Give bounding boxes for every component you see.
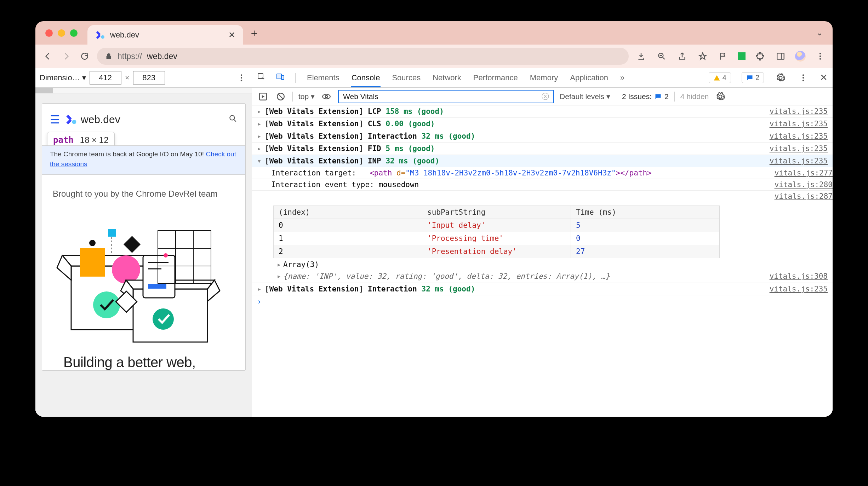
- url-host: web.dev: [147, 52, 177, 61]
- minimize-window-button[interactable]: [58, 29, 65, 37]
- device-select[interactable]: Dimensio… ▾: [40, 73, 86, 82]
- inspect-button[interactable]: [257, 73, 265, 83]
- url-scheme: https://: [118, 52, 142, 61]
- messages-chip[interactable]: 2: [742, 72, 764, 83]
- tab-application[interactable]: Application: [569, 73, 609, 87]
- hamburger-icon[interactable]: ☰: [50, 113, 60, 126]
- source-link[interactable]: vitals.js:235: [770, 157, 828, 165]
- svg-rect-43: [277, 74, 281, 79]
- tab-overflow-button[interactable]: ⌄: [816, 28, 823, 37]
- new-tab-button[interactable]: ＋: [248, 26, 260, 40]
- profile-avatar[interactable]: [795, 51, 806, 62]
- svg-point-5: [820, 53, 821, 54]
- console-row-expanded[interactable]: ▾ [Web Vitals Extension] INP 32 ms (good…: [252, 155, 833, 167]
- hover-tag: path: [53, 135, 74, 145]
- svg-point-35: [164, 253, 168, 258]
- svg-point-2: [101, 35, 104, 39]
- install-button[interactable]: [635, 50, 647, 62]
- console-row[interactable]: ▸ [Web Vitals Extension] Interaction 32 …: [252, 283, 833, 295]
- console-output: ▸ [Web Vitals Extension] LCP 158 ms (goo…: [252, 105, 833, 417]
- console-settings-button[interactable]: [714, 91, 726, 103]
- svg-point-46: [803, 77, 804, 78]
- height-input[interactable]: 823: [133, 71, 165, 85]
- table-row[interactable]: 0 'Input delay' 5: [274, 219, 720, 232]
- disclosure-icon[interactable]: ▸: [257, 144, 265, 153]
- width-input[interactable]: 412: [90, 71, 121, 85]
- disclosure-icon[interactable]: ▸: [277, 272, 283, 280]
- source-link[interactable]: vitals.js:308: [770, 272, 828, 280]
- object-summary[interactable]: ▸ {name: 'INP', value: 32, rating: 'good…: [252, 271, 833, 283]
- tab-console[interactable]: Console: [351, 73, 381, 87]
- page-brand[interactable]: web.dev: [65, 114, 120, 126]
- disclosure-icon[interactable]: ▸: [257, 107, 265, 116]
- tab-overflow[interactable]: »: [619, 73, 625, 87]
- tab-network[interactable]: Network: [432, 73, 462, 87]
- table-row[interactable]: 1 'Processing time' 0: [274, 232, 720, 245]
- close-tab-button[interactable]: ✕: [228, 30, 235, 40]
- chrome-menu-button[interactable]: [814, 50, 826, 62]
- svg-point-51: [325, 95, 328, 98]
- source-link[interactable]: vitals.js:235: [770, 144, 828, 153]
- disclosure-icon[interactable]: ▾: [257, 157, 265, 165]
- extensions-button[interactable]: [754, 50, 766, 62]
- device-toggle-button[interactable]: [276, 73, 285, 83]
- console-filterbar: top ▾ Web Vitals ⓧ Default levels ▾ 2 Is…: [252, 88, 833, 105]
- clear-filter-button[interactable]: ⓧ: [542, 92, 549, 102]
- source-link[interactable]: vitals.js:280: [775, 180, 833, 189]
- issues-chip[interactable]: 2 Issues: 2: [622, 92, 669, 101]
- search-icon[interactable]: [228, 114, 238, 126]
- devtools-tabbar: Elements Console Sources Network Perform…: [252, 68, 833, 88]
- clear-console-button[interactable]: [275, 91, 287, 103]
- svg-rect-20: [80, 248, 105, 277]
- console-row[interactable]: ▸ [Web Vitals Extension] Interaction 32 …: [252, 130, 833, 143]
- context-select[interactable]: top ▾: [298, 92, 315, 101]
- zoom-button[interactable]: [656, 50, 668, 62]
- share-button[interactable]: [676, 50, 688, 62]
- disclosure-icon[interactable]: ▸: [257, 285, 265, 293]
- tab-memory[interactable]: Memory: [529, 73, 559, 87]
- back-button[interactable]: [42, 50, 54, 62]
- source-link[interactable]: vitals.js:287: [775, 192, 833, 201]
- console-row[interactable]: ▸ [Web Vitals Extension] FID 5 ms (good)…: [252, 143, 833, 155]
- disclosure-icon[interactable]: ▸: [277, 260, 283, 269]
- array-summary[interactable]: ▸ Array(3): [252, 260, 833, 271]
- maximize-window-button[interactable]: [70, 29, 78, 37]
- source-link[interactable]: vitals.js:277: [775, 169, 833, 177]
- tab-performance[interactable]: Performance: [473, 73, 519, 87]
- console-row[interactable]: ▸ [Web Vitals Extension] CLS 0.00 (good)…: [252, 118, 833, 130]
- disclosure-icon[interactable]: ▸: [257, 120, 265, 128]
- tab-sources[interactable]: Sources: [391, 73, 421, 87]
- svg-point-47: [803, 80, 804, 81]
- browser-tab[interactable]: web.dev ✕: [87, 25, 243, 45]
- source-link[interactable]: vitals.js:235: [770, 107, 828, 116]
- hero-title: Building a better web,: [42, 344, 245, 370]
- live-expression-button[interactable]: [320, 91, 332, 103]
- settings-button[interactable]: [775, 72, 787, 84]
- source-link[interactable]: vitals.js:235: [770, 132, 828, 140]
- reload-button[interactable]: [79, 50, 91, 62]
- forward-button[interactable]: [60, 50, 72, 62]
- console-table: (index) subPartString Time (ms) 0 'Input…: [273, 206, 720, 258]
- bookmark-button[interactable]: [697, 50, 709, 62]
- sidepanel-button[interactable]: [775, 50, 787, 62]
- omnibox[interactable]: https://web.dev: [97, 48, 629, 65]
- console-filter-input[interactable]: Web Vitals ⓧ: [338, 90, 554, 103]
- device-menu-button[interactable]: [235, 72, 247, 84]
- execute-button[interactable]: [257, 91, 269, 103]
- close-window-button[interactable]: [45, 29, 53, 37]
- extension-vue[interactable]: [738, 52, 746, 60]
- tab-elements[interactable]: Elements: [306, 73, 340, 87]
- close-devtools-button[interactable]: ✕: [820, 72, 828, 83]
- table-source-line: vitals.js:287: [252, 191, 833, 202]
- source-link[interactable]: vitals.js:235: [770, 285, 828, 293]
- source-link[interactable]: vitals.js:235: [770, 120, 828, 128]
- warnings-chip[interactable]: 4: [709, 72, 731, 83]
- levels-select[interactable]: Default levels ▾: [560, 92, 610, 101]
- table-row[interactable]: 2 'Presentation delay' 27: [274, 245, 720, 258]
- console-row[interactable]: ▸ [Web Vitals Extension] LCP 158 ms (goo…: [252, 105, 833, 118]
- web-dev-favicon-icon: [95, 30, 105, 40]
- devtools-menu-button[interactable]: [797, 72, 809, 84]
- flag-icon[interactable]: [717, 50, 729, 62]
- console-prompt[interactable]: ›: [252, 295, 833, 308]
- disclosure-icon[interactable]: ▸: [257, 132, 265, 140]
